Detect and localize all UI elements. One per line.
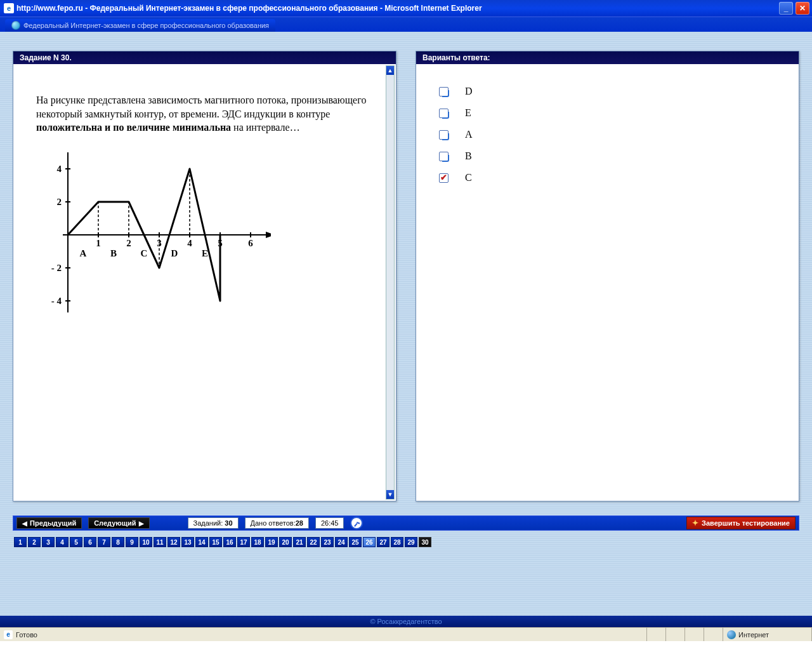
status-seg-2 bbox=[666, 628, 685, 641]
scroll-down-button[interactable]: ▼ bbox=[386, 490, 394, 499]
qnum-9[interactable]: 9 bbox=[126, 537, 138, 547]
svg-text:4: 4 bbox=[187, 238, 192, 248]
checkbox-A[interactable] bbox=[439, 130, 449, 140]
answer-label: C bbox=[465, 172, 472, 183]
qnum-27[interactable]: 27 bbox=[377, 537, 390, 547]
qnum-6[interactable]: 6 bbox=[84, 537, 96, 547]
answer-label: B bbox=[465, 150, 472, 162]
qnum-20[interactable]: 20 bbox=[279, 537, 292, 547]
question-text-after: на интервале… bbox=[231, 122, 300, 133]
question-numbers: 1234567891011121314151617181920212223242… bbox=[13, 537, 799, 547]
checkbox-D[interactable] bbox=[439, 87, 449, 96]
qnum-21[interactable]: 21 bbox=[293, 537, 306, 547]
svg-text:4: 4 bbox=[57, 164, 62, 174]
answer-label: A bbox=[465, 129, 473, 140]
checkbox-B[interactable] bbox=[439, 152, 449, 161]
answer-option-B[interactable]: B bbox=[439, 145, 776, 167]
prev-button[interactable]: ◀Предыдущий bbox=[16, 517, 82, 529]
qnum-2[interactable]: 2 bbox=[28, 537, 41, 547]
qnum-1[interactable]: 1 bbox=[14, 537, 27, 547]
svg-text:- 2: - 2 bbox=[51, 263, 62, 273]
answer-option-E[interactable]: E bbox=[439, 102, 776, 124]
qnum-5[interactable]: 5 bbox=[70, 537, 82, 547]
svg-text:6: 6 bbox=[248, 238, 253, 248]
globe-icon bbox=[11, 21, 20, 30]
qnum-11[interactable]: 11 bbox=[154, 537, 166, 547]
status-bar: eГотово Интернет bbox=[0, 627, 812, 641]
qnum-3[interactable]: 3 bbox=[42, 537, 55, 547]
svg-text:1: 1 bbox=[96, 238, 101, 248]
qnum-29[interactable]: 29 bbox=[405, 537, 417, 547]
qnum-22[interactable]: 22 bbox=[307, 537, 320, 547]
ie-icon: e bbox=[4, 3, 14, 13]
svg-marker-3 bbox=[266, 232, 271, 238]
content-area: Задание N 30. На рисунке представлена за… bbox=[0, 32, 812, 616]
browser-tab[interactable]: Федеральный Интернет-экзамен в сфере про… bbox=[5, 19, 275, 32]
triangle-right-icon: ▶ bbox=[139, 520, 144, 527]
ie-status-icon: e bbox=[4, 630, 13, 639]
qnum-12[interactable]: 12 bbox=[167, 537, 180, 547]
scrollbar[interactable]: ▲ ▼ bbox=[386, 65, 395, 500]
status-text: Готово bbox=[16, 631, 37, 639]
question-header: Задание N 30. bbox=[13, 51, 396, 64]
chart-svg: - 4- 224123456ABCDEФ, Вбt, с bbox=[36, 152, 271, 317]
question-text-bold: положительна и по величине минимальна bbox=[36, 122, 231, 133]
qnum-14[interactable]: 14 bbox=[195, 537, 208, 547]
svg-text:A: A bbox=[80, 248, 87, 258]
qnum-18[interactable]: 18 bbox=[251, 537, 264, 547]
checkbox-C[interactable] bbox=[439, 173, 449, 183]
tasks-label: Заданий: bbox=[193, 519, 223, 527]
finish-button[interactable]: ✦Завершить тестирование bbox=[686, 517, 796, 529]
qnum-16[interactable]: 16 bbox=[223, 537, 236, 547]
status-seg-4 bbox=[704, 628, 723, 641]
window-title: http://www.fepo.ru - Федеральный Интерне… bbox=[16, 4, 779, 13]
answer-option-D[interactable]: D bbox=[439, 81, 776, 102]
next-label: Следующий bbox=[94, 519, 136, 527]
qnum-26[interactable]: 26 bbox=[363, 537, 376, 547]
qnum-28[interactable]: 28 bbox=[391, 537, 403, 547]
svg-text:D: D bbox=[171, 248, 178, 258]
chart: - 4- 224123456ABCDEФ, Вбt, с bbox=[36, 152, 392, 319]
svg-text:E: E bbox=[202, 248, 208, 258]
qnum-24[interactable]: 24 bbox=[335, 537, 348, 547]
qnum-4[interactable]: 4 bbox=[56, 537, 69, 547]
question-body: На рисунке представлена зависимость магн… bbox=[13, 64, 396, 501]
qnum-30[interactable]: 30 bbox=[419, 537, 431, 547]
internet-zone-icon bbox=[727, 630, 736, 639]
answer-label: E bbox=[465, 107, 471, 119]
prev-label: Предыдущий bbox=[30, 519, 76, 527]
next-button[interactable]: Следующий▶ bbox=[88, 517, 149, 529]
qnum-23[interactable]: 23 bbox=[321, 537, 334, 547]
svg-text:2: 2 bbox=[57, 197, 62, 207]
qnum-19[interactable]: 19 bbox=[265, 537, 278, 547]
finish-label: Завершить тестирование bbox=[702, 519, 790, 527]
answered-label: Дано ответов: bbox=[251, 519, 296, 527]
qnum-10[interactable]: 10 bbox=[140, 537, 152, 547]
zone-text: Интернет bbox=[738, 631, 769, 639]
qnum-15[interactable]: 15 bbox=[209, 537, 222, 547]
scroll-track[interactable] bbox=[386, 75, 394, 490]
checkbox-E[interactable] bbox=[439, 109, 449, 118]
triangle-left-icon: ◀ bbox=[22, 520, 27, 527]
status-ready: eГотово bbox=[0, 628, 647, 641]
answer-option-A[interactable]: A bbox=[439, 124, 776, 145]
qnum-25[interactable]: 25 bbox=[349, 537, 362, 547]
status-zone: Интернет bbox=[723, 628, 812, 641]
qnum-17[interactable]: 17 bbox=[237, 537, 250, 547]
tab-label: Федеральный Интернет-экзамен в сфере про… bbox=[23, 22, 269, 29]
answered-value: 28 bbox=[296, 519, 303, 527]
qnum-8[interactable]: 8 bbox=[112, 537, 124, 547]
answer-option-C[interactable]: C bbox=[439, 167, 776, 189]
qnum-13[interactable]: 13 bbox=[181, 537, 194, 547]
answers-header: Варианты ответа: bbox=[416, 51, 799, 64]
question-panel: Задание N 30. На рисунке представлена за… bbox=[13, 51, 396, 501]
minimize-button[interactable]: _ bbox=[779, 2, 793, 15]
status-seg-3 bbox=[685, 628, 704, 641]
scroll-up-button[interactable]: ▲ bbox=[386, 66, 394, 75]
svg-text:B: B bbox=[110, 248, 117, 258]
question-text-before: На рисунке представлена зависимость магн… bbox=[36, 95, 366, 119]
close-button[interactable]: ✕ bbox=[796, 2, 809, 15]
svg-text:C: C bbox=[141, 248, 148, 258]
answer-label: D bbox=[465, 86, 473, 97]
qnum-7[interactable]: 7 bbox=[98, 537, 110, 547]
